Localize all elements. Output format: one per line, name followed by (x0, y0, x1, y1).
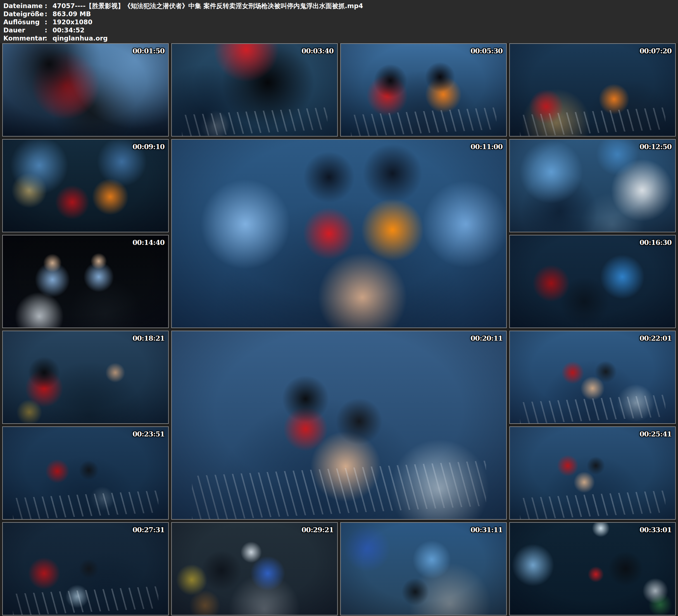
timestamp-overlay: 00:22:01 (639, 334, 672, 342)
field-label-comment: Kommentar (3, 34, 45, 42)
timestamp-overlay: 00:29:21 (301, 526, 334, 534)
field-value-filename: 47057----【胜景影视】《知法犯法之潜伏者》中集 案件反转卖淫女刑场枪决被… (52, 2, 678, 10)
timestamp-overlay: 00:25:41 (639, 430, 672, 438)
video-thumbnail-9[interactable]: 00:16:30 (509, 235, 676, 328)
video-thumbnail-5[interactable]: 00:09:10 (2, 139, 169, 232)
timestamp-overlay: 00:03:40 (301, 47, 334, 55)
timestamp-overlay: 00:09:10 (133, 143, 164, 151)
file-info-row: Dateiname : 47057----【胜景影视】《知法犯法之潜伏者》中集 … (3, 2, 678, 10)
timestamp-overlay: 00:33:01 (639, 526, 672, 534)
field-value-duration: 00:34:52 (52, 26, 678, 34)
video-thumbnail-1[interactable]: 00:01:50 (2, 43, 169, 137)
video-thumbnail-8[interactable]: 00:14:40 (2, 235, 169, 328)
timestamp-overlay: 00:11:00 (470, 143, 502, 151)
video-thumbnail-3[interactable]: 00:05:30 (340, 43, 507, 137)
video-thumbnail-13[interactable]: 00:23:51 (2, 426, 169, 519)
video-thumbnail-4[interactable]: 00:07:20 (509, 43, 676, 137)
timestamp-overlay: 00:01:50 (133, 47, 164, 55)
video-thumbnail-18[interactable]: 00:33:01 (509, 522, 676, 615)
timestamp-overlay: 00:12:50 (639, 143, 672, 151)
field-separator: : (45, 26, 52, 34)
field-label-filename: Dateiname (3, 2, 45, 10)
file-info-row: Auflösung : 1920x1080 (3, 18, 678, 26)
field-label-filesize: Dateigröße (3, 10, 45, 18)
timestamp-overlay: 00:31:11 (470, 526, 502, 534)
timestamp-overlay: 00:07:20 (639, 47, 672, 55)
timestamp-overlay: 00:27:31 (133, 526, 164, 534)
timestamp-overlay: 00:18:21 (133, 334, 164, 342)
file-info-row: Dauer : 00:34:52 (3, 26, 678, 34)
file-info-header: Dateiname : 47057----【胜景影视】《知法犯法之潜伏者》中集 … (0, 0, 678, 43)
video-thumbnail-14[interactable]: 00:25:41 (509, 426, 676, 519)
field-value-filesize: 863.09 MB (52, 10, 678, 18)
video-thumbnail-17[interactable]: 00:31:11 (340, 522, 507, 615)
video-thumbnail-6-large[interactable]: 00:11:00 (171, 139, 507, 328)
thumbnail-grid: 00:01:50 00:03:40 00:05:30 00:07:20 00:0… (2, 43, 676, 615)
video-thumbnail-15[interactable]: 00:27:31 (2, 522, 169, 615)
timestamp-overlay: 00:20:11 (470, 334, 502, 342)
timestamp-overlay: 00:16:30 (639, 238, 672, 246)
video-thumbnail-12[interactable]: 00:22:01 (509, 331, 676, 424)
timestamp-overlay: 00:23:51 (133, 430, 164, 438)
timestamp-overlay: 00:14:40 (133, 238, 164, 246)
field-separator: : (45, 34, 52, 42)
file-info-row: Kommentar : qinglanhua.org (3, 34, 678, 42)
video-thumbnail-11-large[interactable]: 00:20:11 (171, 331, 507, 519)
field-value-resolution: 1920x1080 (52, 18, 678, 26)
field-label-duration: Dauer (3, 26, 45, 34)
field-separator: : (45, 2, 52, 10)
file-info-row: Dateigröße : 863.09 MB (3, 10, 678, 18)
video-thumbnail-16[interactable]: 00:29:21 (171, 522, 338, 615)
video-thumbnail-2[interactable]: 00:03:40 (171, 43, 338, 137)
field-separator: : (45, 10, 52, 18)
field-separator: : (45, 18, 52, 26)
video-thumbnail-10[interactable]: 00:18:21 (2, 331, 169, 424)
field-value-comment: qinglanhua.org (52, 34, 678, 42)
field-label-resolution: Auflösung (3, 18, 45, 26)
video-thumbnail-7[interactable]: 00:12:50 (509, 139, 676, 232)
timestamp-overlay: 00:05:30 (470, 47, 502, 55)
